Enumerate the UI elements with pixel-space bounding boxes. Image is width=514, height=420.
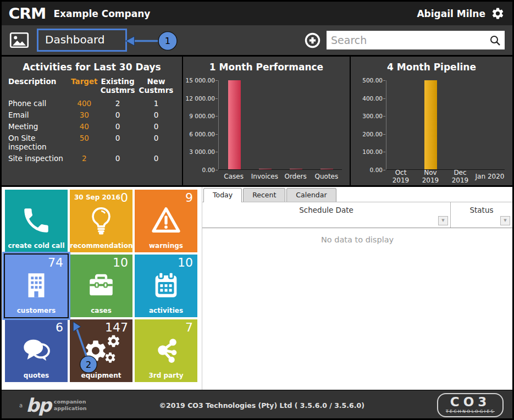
picture-icon[interactable] bbox=[9, 32, 29, 48]
schedule-panel: Today Recent Calendar Schedule Date ▼ St… bbox=[202, 187, 512, 390]
col-existing-custmrs: Existing Custmrs bbox=[98, 77, 137, 95]
status-label: Status bbox=[451, 202, 512, 214]
activities-title: Activities for Last 30 Days bbox=[2, 57, 182, 75]
activity-row: Site inspection200 bbox=[8, 154, 175, 163]
tile-cases[interactable]: 10 cases bbox=[70, 255, 132, 317]
crm-logo: CRM bbox=[8, 5, 46, 22]
tile-label: cases bbox=[70, 307, 132, 314]
pipeline-chart-panel: 4 Month Pipeline 0.00100.00200.00300.004… bbox=[351, 57, 512, 185]
share-icon bbox=[135, 333, 197, 368]
tile-warnings[interactable]: 9 warnings bbox=[135, 190, 197, 252]
bp-companion-logo: a bp companion application bbox=[19, 394, 86, 416]
search-input[interactable] bbox=[327, 31, 505, 49]
tab-recent[interactable]: Recent bbox=[243, 188, 285, 202]
col-target: Target bbox=[70, 77, 98, 95]
column-schedule-date[interactable]: Schedule Date ▼ bbox=[202, 202, 451, 228]
user-name[interactable]: Abigail Milne bbox=[417, 8, 485, 19]
activities-table-header: Description Target Existing Custmrs New … bbox=[8, 77, 175, 95]
col-new-custmrs: New Custmrs bbox=[137, 77, 175, 95]
warning-icon bbox=[135, 203, 197, 238]
performance-y-axis: 0.003 000.006 000.009 000.0012 000.0015 … bbox=[184, 80, 218, 170]
schedule-date-label: Schedule Date bbox=[202, 202, 450, 214]
chat-icon bbox=[5, 333, 68, 368]
bulb-icon bbox=[70, 203, 132, 238]
copyright-text: ©2019 CO3 Technologies (Pty) Ltd ( 3.5.6… bbox=[86, 401, 436, 410]
top-header-bar: CRM Example Company Abigail Milne bbox=[2, 2, 512, 25]
performance-plot bbox=[218, 80, 342, 170]
tab-calendar[interactable]: Calendar bbox=[286, 188, 336, 202]
bar-nov-2019 bbox=[424, 80, 437, 169]
schedule-date-filter-dropdown[interactable]: ▼ bbox=[438, 216, 448, 225]
calendar-icon bbox=[135, 268, 197, 303]
activity-row: Phone call40021 bbox=[8, 99, 175, 108]
activities-table: Description Target Existing Custmrs New … bbox=[2, 75, 182, 165]
schedule-table-header: Schedule Date ▼ Status ▼ bbox=[202, 202, 512, 228]
pipeline-plot bbox=[386, 80, 505, 170]
tile-equipment[interactable]: 147 equipment bbox=[70, 319, 132, 382]
tile-label: activities bbox=[135, 307, 197, 314]
tile-label: warnings bbox=[135, 242, 197, 250]
bar-quotes bbox=[320, 169, 333, 169]
co3-logo-sub: TECHNOLOGIES bbox=[446, 410, 495, 414]
activity-row: Email3000 bbox=[8, 110, 175, 119]
tile-grid: create cold call 30 Sep 2016 0 recommend… bbox=[2, 187, 201, 390]
settings-gear-icon[interactable] bbox=[491, 7, 505, 20]
tile-recommendations[interactable]: 30 Sep 2016 0 recommendations bbox=[70, 190, 132, 252]
performance-chart-title: 1 Month Performance bbox=[183, 57, 350, 75]
pipeline-y-axis: 0.00100.00200.00300.00400.00500.00 bbox=[352, 80, 386, 170]
add-icon[interactable] bbox=[304, 32, 321, 49]
activities-rows: Phone call40021Email3000Meeting4000On Si… bbox=[8, 99, 175, 163]
bp-logo-line2: application bbox=[54, 405, 87, 412]
status-filter-dropdown[interactable]: ▼ bbox=[500, 216, 510, 225]
tile-customers[interactable]: 74 customers bbox=[4, 253, 69, 318]
performance-chart-panel: 1 Month Performance 0.003 000.006 000.00… bbox=[183, 57, 350, 185]
tile-create-cold-call[interactable]: create cold call bbox=[5, 190, 68, 252]
tile-quotes[interactable]: 6 quotes bbox=[5, 319, 68, 382]
bp-logo-a: a bbox=[19, 402, 23, 408]
tile-3rd-party[interactable]: 7 3rd party bbox=[135, 319, 197, 382]
column-status[interactable]: Status ▼ bbox=[451, 202, 512, 228]
bar-cases bbox=[228, 80, 241, 169]
tab-today[interactable]: Today bbox=[203, 188, 242, 202]
page-title[interactable]: Dashboard bbox=[37, 29, 127, 52]
bar-invoices bbox=[259, 169, 272, 169]
bp-logo-line1: companion bbox=[54, 399, 87, 405]
footer: a bp companion application ©2019 CO3 Tec… bbox=[2, 390, 512, 420]
co3-logo-main: CO3 bbox=[446, 396, 495, 408]
activity-row: Meeting4000 bbox=[8, 122, 175, 131]
tile-label: customers bbox=[5, 307, 68, 314]
col-description: Description bbox=[8, 77, 70, 95]
pipeline-chart-title: 4 Month Pipeline bbox=[351, 57, 512, 75]
pipeline-x-axis: Oct 2019Nov 2019Dec 2019Jan 2020 bbox=[386, 170, 505, 183]
tile-label: recommendations bbox=[70, 242, 132, 250]
briefcase-icon bbox=[70, 268, 132, 303]
activity-row: On Site inspection5000 bbox=[8, 134, 175, 151]
tab-strip: Today Recent Calendar bbox=[202, 187, 512, 202]
summary-row: Activities for Last 30 Days Description … bbox=[2, 57, 512, 187]
bp-logo-letters: bp bbox=[26, 394, 51, 416]
crm-dashboard-window: CRM Example Company Abigail Milne Dashbo… bbox=[0, 0, 514, 420]
search-icon[interactable] bbox=[489, 34, 501, 49]
tile-date: 30 Sep 2016 bbox=[74, 194, 120, 201]
empty-message: No data to display bbox=[202, 228, 512, 244]
gears-icon bbox=[70, 333, 132, 368]
company-name: Example Company bbox=[53, 8, 150, 19]
main-bottom: create cold call 30 Sep 2016 0 recommend… bbox=[2, 187, 512, 390]
activities-panel: Activities for Last 30 Days Description … bbox=[2, 57, 182, 185]
tile-label: 3rd party bbox=[135, 372, 197, 379]
phone-icon bbox=[5, 203, 68, 238]
tile-label: create cold call bbox=[5, 242, 68, 250]
performance-x-axis: CasesInvoicesOrdersQuotes bbox=[218, 170, 342, 183]
tile-label: quotes bbox=[5, 372, 68, 379]
co3-technologies-logo: CO3 TECHNOLOGIES bbox=[437, 393, 504, 417]
tile-label: equipment bbox=[70, 372, 132, 379]
toolbar: Dashboard bbox=[2, 25, 512, 57]
building-icon bbox=[5, 268, 68, 303]
tile-activities[interactable]: 10 activities bbox=[135, 255, 197, 317]
bar-orders bbox=[290, 169, 302, 169]
